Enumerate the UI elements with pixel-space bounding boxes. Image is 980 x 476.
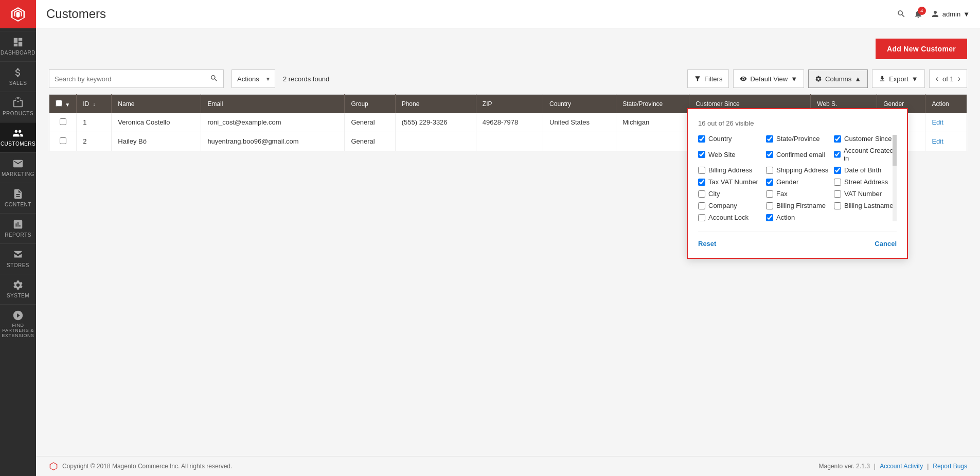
sidebar-item-find-partners[interactable]: FIND PARTNERS & EXTENSIONS [0,304,36,344]
column-checkbox-confirmed_email[interactable] [766,151,773,158]
account-activity-link[interactable]: Account Activity [880,463,923,470]
sidebar: DASHBOARD SALES PRODUCTS CUSTOMERS MARKE… [0,0,36,476]
magento-footer-logo [49,462,58,471]
column-item-street_address: Street Address [834,178,897,186]
row-id: 1 [77,113,112,132]
column-checkbox-company[interactable] [698,202,705,209]
pagination-next-button[interactable]: › [956,73,963,84]
search-input[interactable] [55,75,210,83]
report-bugs-link[interactable]: Report Bugs [933,463,967,470]
column-checkbox-billing_lastname[interactable] [834,202,841,209]
column-checkbox-customer_since[interactable] [834,135,841,143]
column-item-account_lock: Account Lock [698,214,761,221]
column-item-action: Action [766,214,829,221]
admin-menu[interactable]: admin ▼ [931,9,970,19]
column-checkbox-account_lock[interactable] [698,214,705,221]
row-name: Veronica Costello [112,113,201,132]
sidebar-item-stores[interactable]: STORES [0,243,36,274]
topbar: Customers 4 admin ▼ [36,0,980,28]
default-view-button[interactable]: Default View ▼ [733,69,804,88]
columns-button[interactable]: Columns ▲ [808,69,868,88]
sidebar-item-reports[interactable]: REPORTS [0,213,36,243]
row-checkbox[interactable] [60,118,66,125]
scrollbar-track [893,135,897,221]
sidebar-item-marketing[interactable]: MARKETING [0,152,36,183]
column-checkbox-state_province[interactable] [766,135,773,143]
col-header-email[interactable]: Email [201,95,345,114]
column-checkbox-street_address[interactable] [834,179,841,186]
column-checkbox-shipping_address[interactable] [766,167,773,174]
column-item-customer_since: Customer Since [834,135,897,143]
columns-grid: CountryState/ProvinceCustomer SinceWeb S… [698,135,897,221]
col-header-state[interactable]: State/Province [616,95,689,114]
column-checkbox-country[interactable] [698,135,705,143]
page-actions-row: Add New Customer [49,39,967,69]
edit-link[interactable]: Edit [932,137,943,145]
column-checkbox-billing_address[interactable] [698,167,705,174]
row-checkbox-cell[interactable] [49,132,77,151]
magento-logo [0,0,36,28]
column-checkbox-account_created_in[interactable] [834,151,841,158]
footer-copyright: Copyright © 2018 Magento Commerce Inc. A… [62,463,232,470]
col-header-phone[interactable]: Phone [395,95,476,114]
sidebar-item-dashboard[interactable]: DASHBOARD [0,31,36,61]
export-button[interactable]: Export ▼ [872,69,924,88]
sidebar-item-sales[interactable]: SALES [0,61,36,92]
scrollbar-thumb[interactable] [893,135,897,166]
column-item-billing_address: Billing Address [698,166,761,174]
edit-link[interactable]: Edit [932,118,943,126]
sidebar-item-customers[interactable]: CUSTOMERS [0,122,36,152]
right-toolbar: Filters Default View ▼ Columns ▲ Export … [687,69,967,88]
search-button[interactable] [897,9,906,19]
sidebar-item-products[interactable]: PRODUCTS [0,92,36,122]
column-checkbox-web_site[interactable] [698,151,705,158]
select-all-checkbox[interactable] [56,100,62,107]
column-checkbox-fax[interactable] [766,190,773,198]
columns-footer: Reset Cancel [698,232,897,248]
columns-panel: 16 out of 26 visible CountryState/Provin… [687,108,908,259]
page-title: Customers [46,7,106,21]
col-header-country[interactable]: Country [543,95,616,114]
row-email: huyentrang.boo96@gmail.com [201,132,345,151]
sidebar-item-system[interactable]: SYSTEM [0,274,36,304]
col-header-zip[interactable]: ZIP [476,95,543,114]
row-phone: (555) 229-3326 [395,113,476,132]
pagination-prev-button[interactable]: ‹ [934,73,940,84]
row-checkbox-cell[interactable] [49,113,77,132]
column-item-shipping_address: Shipping Address [766,166,829,174]
column-item-billing_lastname: Billing Lastname [834,202,897,209]
add-new-customer-button[interactable]: Add New Customer [876,39,967,59]
notification-count: 4 [918,7,926,15]
row-state [616,132,689,151]
col-header-action[interactable]: Action [925,95,967,114]
row-action: Edit [925,113,967,132]
col-header-id[interactable]: ID ↓ [77,95,112,114]
column-checkbox-action[interactable] [766,214,773,221]
content-area: Add New Customer Actions ▼ 2 records fou… [36,28,980,456]
column-item-tax_vat_number: Tax VAT Number [698,178,761,186]
toolbar-row: Actions ▼ 2 records found Filters Defaul… [49,69,967,88]
column-item-gender: Gender [766,178,829,186]
row-country: United States [543,113,616,132]
column-item-city: City [698,190,761,198]
search-submit-button[interactable] [210,74,218,84]
pagination-controls: ‹ of 1 › [929,69,967,88]
column-item-web_site: Web Site [698,147,761,162]
sidebar-item-content[interactable]: CONTENT [0,183,36,213]
col-header-group[interactable]: Group [345,95,395,114]
row-checkbox[interactable] [60,137,66,144]
column-checkbox-billing_firstname[interactable] [766,202,773,209]
column-checkbox-tax_vat_number[interactable] [698,179,705,186]
columns-reset-button[interactable]: Reset [698,240,716,248]
columns-cancel-button[interactable]: Cancel [875,240,897,248]
col-header-name[interactable]: Name [112,95,201,114]
column-checkbox-date_of_birth[interactable] [834,167,841,174]
actions-select[interactable]: Actions [232,70,275,87]
row-zip [476,132,543,151]
column-checkbox-gender[interactable] [766,179,773,186]
column-checkbox-vat_number[interactable] [834,190,841,198]
filters-button[interactable]: Filters [687,69,729,88]
column-checkbox-city[interactable] [698,190,705,198]
select-all-header[interactable]: ▼ [49,95,77,114]
notifications-button[interactable]: 4 [914,9,923,19]
